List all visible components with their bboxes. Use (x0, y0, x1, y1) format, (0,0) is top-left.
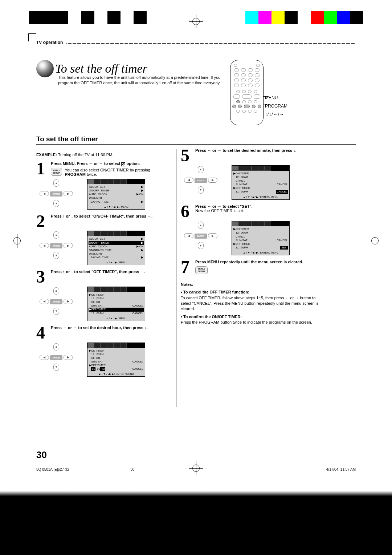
section-heading: To set the off timer (36, 135, 356, 143)
osd-screen-1: CLOCK SET▶ ON/OFF TIMER▶ AUTO CLOCK▶ ON … (87, 179, 145, 210)
notes-heading: Notes: (181, 282, 193, 287)
step-subtext: Now the OFF TIMER is set. (195, 208, 319, 213)
page-bleed-bottom (0, 490, 392, 555)
step-number: 2 (36, 214, 51, 229)
example-line: EXAMPLE: Turning off the TV at 11:30 PM. (36, 153, 171, 157)
remote-illustration (230, 60, 264, 125)
notes-section: Notes: • To cancel the OFF TIMER functio… (181, 282, 319, 325)
step-instruction: Press ↑ or ↓ to select "OFF TIMER", then… (51, 270, 145, 274)
menu-setup-button-icon: MENU/SETUP (51, 168, 62, 176)
dpad-illustration: ▲ ◀ ENTER ▶ ▼ (36, 179, 76, 209)
remote-label-program: PROGRAM (265, 102, 287, 110)
step-number: 6 (181, 204, 195, 219)
step-instruction: Press MENU repeatedly until the menu scr… (195, 260, 303, 264)
step-4: 4 Press ← or → to set the desired hour, … (36, 325, 171, 340)
step-7: 7 Press MENU repeatedly until the menu s… (181, 260, 319, 275)
step-subtext: You can also select ON/OFF TIMER by pres… (65, 168, 171, 177)
dpad-illustration: ▲ ◀ ENTER ▶ ▼ (181, 165, 221, 196)
registration-mark-top (191, 17, 201, 26)
registration-mark-left (12, 236, 22, 246)
step-instruction: Press ← or → to set the desired minute, … (195, 148, 297, 153)
step-2: 2 Press ↑ or ↓ to select "ON/OFF TIMER",… (36, 214, 171, 229)
dpad-illustration: ▲ ◀ ENTER ▶ ▼ (36, 231, 76, 261)
step-instruction: Press MENU. Press ← or → to select ⏱ opt… (51, 161, 140, 166)
remote-label-menu: MENU (265, 94, 287, 102)
note-2-title: To confirm the ON/OFF TIMER: (183, 315, 242, 319)
dpad-illustration: ▲ ◀ ENTER ▶ ▼ (36, 287, 76, 317)
dpad-illustration: ▲ ◀ ENTER ▶ ▼ (181, 221, 221, 251)
footer-left: 5Q 0501A [E]p27-32 (36, 467, 69, 471)
step-3: 3 Press ↑ or ↓ to select "OFF TIMER", th… (36, 270, 171, 284)
right-column: 5 Press ← or → to set the desired minute… (181, 146, 319, 325)
crop-mark (28, 33, 36, 41)
note-2-body: Press the PROGRAM button twice to indica… (181, 320, 312, 324)
page-number: 30 (36, 449, 47, 461)
note-1-body: To cancel OFF TIMER, follow above steps … (181, 296, 319, 311)
step-number: 4 (36, 325, 51, 340)
page-title: To set the off timer (55, 62, 147, 76)
note-1-title: To cancel the OFF TIMER function: (183, 290, 249, 294)
step-number: 1 (36, 161, 51, 177)
left-column: EXAMPLE: Turning off the TV at 11:30 PM.… (36, 146, 171, 377)
decorative-sphere-icon (36, 60, 54, 77)
header-rule (66, 43, 356, 44)
osd-screen-2: CLOCK SET▶ ON/OFF TIMER▶ AUTO CLOCK▶ ON … (87, 231, 145, 265)
step-instruction: Press ← or → to set the desired hour, th… (51, 325, 148, 330)
step-number: 5 (181, 148, 195, 163)
step-instruction: Press ↑ or ↓ to select "ON/OFF TIMER", t… (51, 214, 152, 218)
osd-screen-6: ▶ON TIMER 12 : 00AM CH 001 SUN-SATCANCEL… (232, 221, 290, 255)
osd-screen-5: ▶ON TIMER 12 : 00AM CH 001 SUN-SATCANCEL… (232, 165, 290, 200)
column-divider (176, 149, 176, 407)
footer-mid: 30 (130, 467, 134, 471)
footer-right: 4/17/04, 11:57 AM (326, 467, 356, 471)
step-number: 3 (36, 270, 51, 284)
left-col-bottom-rule (36, 407, 176, 407)
section-rule (36, 144, 356, 145)
step-5: 5 Press ← or → to set the desired minute… (181, 148, 319, 163)
step-6: 6 Press ← or → to select "SET". Now the … (181, 204, 319, 219)
osd-screen-4: ▶ON TIMER 12 : 00AM CH 001 SUN-SATCANCEL… (87, 343, 145, 377)
remote-callout-labels: MENU PROGRAM ↑/↓/←/→ (265, 94, 287, 118)
dpad-illustration: ▲ ◀ ENTER ▶ ▼ (36, 343, 76, 373)
registration-mark-right (370, 236, 380, 246)
remote-label-arrows: ↑/↓/←/→ (265, 110, 287, 119)
intro-paragraph: This feature allows you to have the unit… (58, 75, 232, 86)
step-number: 7 (181, 260, 195, 275)
step-1: 1 Press MENU. Press ← or → to select ⏱ o… (36, 161, 171, 177)
running-header: TV operation (36, 40, 63, 46)
menu-setup-button-icon: MENU/SETUP (195, 266, 208, 274)
registration-mark-bottom (191, 463, 201, 473)
step-instruction: Press ← or → to select "SET". (195, 204, 253, 208)
osd-screen-3: ▶ON TIMER 12 : 00AM CH 001 SUN-SATCANCEL… (87, 287, 145, 321)
